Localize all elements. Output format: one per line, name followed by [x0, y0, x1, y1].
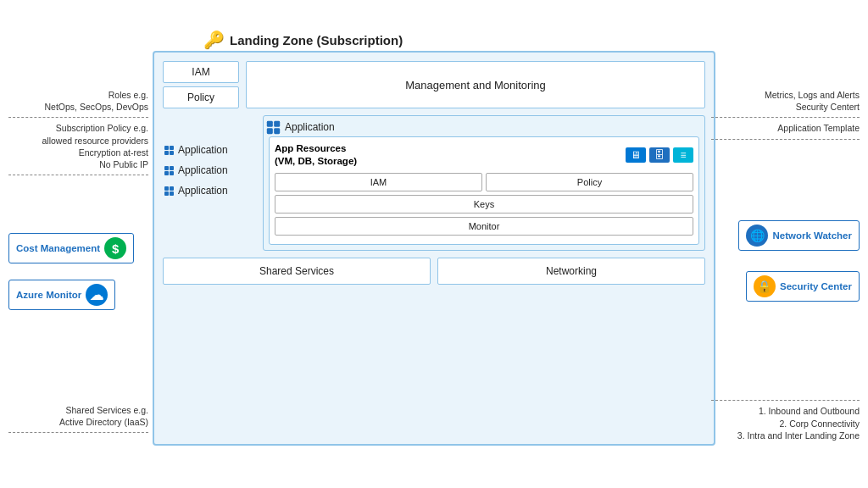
middle-row: Application Application Application [163, 115, 705, 251]
shared-services-box: Shared Services [163, 258, 431, 285]
list-item: Application [163, 161, 256, 180]
grid-icon-1 [164, 146, 174, 155]
metrics-annotation: Metrics, Logs and AlertsSecurity Centert [711, 89, 860, 113]
grid-icon-2 [164, 166, 174, 175]
keys-box: Keys [275, 195, 693, 214]
networking-annotation: 1. Inbound and Outbound2. Corp Connectiv… [711, 396, 860, 441]
subscription-annotation: Subscription Policy e.g.allowed resource… [8, 122, 148, 170]
security-center-button[interactable]: 🔒 Security Center [746, 271, 860, 302]
list-item: Application [163, 141, 256, 159]
app-resources-header: App Resources(VM, DB, Storage) 🖥 🗄 ≡ [275, 142, 693, 168]
management-monitoring-box: Management and Monitoring [246, 61, 705, 108]
list-item: Application [163, 181, 256, 200]
shared-services-annotation: Shared Services e.g.Active Directory (Ia… [8, 404, 148, 437]
policy-box: Policy [163, 86, 239, 108]
bottom-row: Shared Services Networking [163, 258, 705, 285]
db-icon: 🗄 [649, 147, 670, 163]
iam-box: IAM [163, 61, 239, 83]
key-icon: 🔑 [203, 30, 225, 50]
landing-zone-container: IAM Policy Management and Monitoring App… [153, 51, 715, 446]
inner-iam-box: IAM [275, 173, 482, 191]
network-watcher-icon: 🌐 [746, 225, 768, 247]
storage-icon: ≡ [673, 147, 693, 163]
app-template-annotation: Application Template [711, 122, 860, 134]
application-outer-label: Application [269, 121, 699, 133]
network-watcher-button[interactable]: 🌐 Network Watcher [738, 220, 860, 251]
iam-policy-row: IAM Policy [275, 173, 693, 191]
cost-management-button[interactable]: Cost Management $ [8, 233, 134, 263]
landing-zone-title: 🔑 Landing Zone (Subscription) [203, 30, 403, 50]
app-resources-inner: App Resources(VM, DB, Storage) 🖥 🗄 ≡ IAM… [269, 136, 699, 245]
resource-icons: 🖥 🗄 ≡ [626, 147, 693, 163]
inner-policy-box: Policy [486, 173, 693, 191]
app-resources-wrapper: Application App Resources(VM, DB, Storag… [263, 115, 705, 251]
app-grid-icon [267, 120, 280, 133]
networking-box: Networking [437, 258, 705, 285]
roles-annotation: Roles e.g.NetOps, SecOps, DevOps [8, 89, 148, 113]
app-list-col: Application Application Application [163, 115, 256, 251]
security-center-icon: 🔒 [754, 275, 776, 297]
left-annotations: Roles e.g.NetOps, SecOps, DevOps Subscri… [8, 89, 148, 180]
right-annotations: Metrics, Logs and AlertsSecurity Centert… [711, 89, 860, 144]
cost-management-icon: $ [104, 237, 126, 259]
azure-monitor-icon: ☁ [86, 284, 108, 306]
grid-icon-3 [164, 186, 174, 196]
app-resources-label: App Resources(VM, DB, Storage) [275, 142, 357, 168]
iam-policy-col: IAM Policy [163, 61, 239, 108]
monitor-box: Monitor [275, 217, 693, 236]
azure-monitor-button[interactable]: Azure Monitor ☁ [8, 280, 115, 310]
monitor-icon: 🖥 [626, 147, 646, 163]
top-row: IAM Policy Management and Monitoring [163, 61, 705, 108]
